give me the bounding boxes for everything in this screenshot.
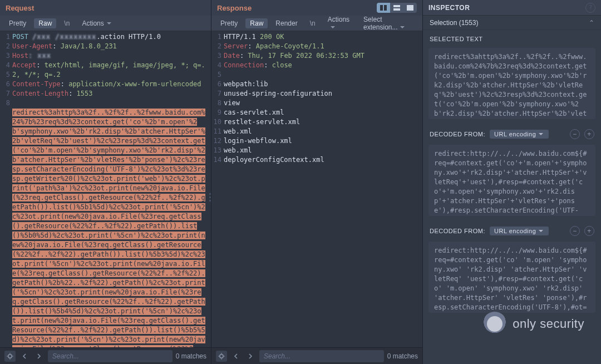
inspector-selection-row[interactable]: Selection (1553) ⌃ bbox=[423, 16, 601, 30]
decode-plus-icon[interactable]: + bbox=[584, 129, 594, 139]
request-code[interactable]: 12345678 POST /xxx /xxxxxxxx.action HTTP… bbox=[0, 31, 211, 347]
svg-rect-9 bbox=[407, 5, 413, 11]
search-prev-icon[interactable] bbox=[19, 351, 30, 362]
help-icon[interactable]: ? bbox=[585, 3, 595, 13]
decoded-from-heading-1: DECODED FROM: URL encoding − + bbox=[423, 124, 601, 141]
response-tab-pretty[interactable]: Pretty bbox=[216, 18, 242, 28]
response-actions-dropdown[interactable]: Actions bbox=[323, 14, 356, 32]
selected-text-block[interactable]: redirect%3ahttp%3a%2f..%2f%2f..%2fwww.ba… bbox=[428, 48, 595, 119]
search-settings-icon[interactable] bbox=[4, 351, 16, 362]
response-gutter: 1234567891011121314 bbox=[211, 31, 224, 165]
request-tab-raw[interactable]: Raw bbox=[34, 18, 56, 28]
selected-text-heading: SELECTED TEXT bbox=[423, 30, 601, 45]
response-title: Response bbox=[217, 4, 252, 12]
search-settings-icon[interactable] bbox=[216, 351, 227, 362]
decode-minus-icon[interactable]: − bbox=[570, 129, 580, 139]
decoded-from-heading-2: DECODED FROM: URL encoding − + bbox=[423, 220, 601, 238]
request-match-count: 0 matches bbox=[176, 352, 206, 360]
response-tab-render[interactable]: Render bbox=[271, 18, 302, 28]
search-next-icon[interactable] bbox=[245, 351, 256, 362]
request-tab-newline[interactable]: \n bbox=[60, 18, 74, 28]
chevron-up-icon: ⌃ bbox=[589, 19, 594, 27]
request-searchbar: 0 matches bbox=[0, 347, 211, 364]
pane-resize-handle[interactable] bbox=[209, 189, 211, 205]
layout-columns-icon[interactable] bbox=[377, 3, 390, 13]
request-actions-dropdown[interactable]: Actions bbox=[77, 18, 115, 28]
layout-single-icon[interactable] bbox=[403, 3, 417, 13]
request-tab-pretty[interactable]: Pretty bbox=[4, 18, 31, 28]
svg-rect-8 bbox=[393, 8, 400, 11]
search-prev-icon[interactable] bbox=[230, 351, 242, 362]
decoded-from-label: DECODED FROM: bbox=[430, 131, 485, 137]
svg-rect-5 bbox=[380, 5, 383, 11]
response-searchbar: 0 matches bbox=[211, 347, 422, 364]
svg-rect-6 bbox=[384, 5, 387, 11]
response-tab-newline[interactable]: \n bbox=[306, 18, 320, 28]
decoding-type-dropdown[interactable]: URL encoding bbox=[490, 227, 549, 235]
response-extension-dropdown[interactable]: Select extension... bbox=[359, 14, 418, 32]
response-code[interactable]: 1234567891011121314 HTTP/1.1 200 OKServe… bbox=[211, 31, 422, 347]
layout-rows-icon[interactable] bbox=[390, 3, 403, 13]
response-toolbar: Pretty Raw Render \n Actions Select exte… bbox=[211, 16, 422, 31]
request-toolbar: Pretty Raw \n Actions bbox=[0, 16, 211, 31]
decoding-type-dropdown[interactable]: URL encoding bbox=[490, 130, 549, 139]
decoded-block-2[interactable]: redirect:http://../../www.baidu.com${#re… bbox=[428, 242, 595, 313]
response-header: Response bbox=[211, 0, 422, 16]
decoded-block-1[interactable]: redirect:http://../../www.baidu.com${#re… bbox=[428, 145, 595, 216]
response-tab-raw[interactable]: Raw bbox=[245, 18, 268, 28]
selected-text-label: SELECTED TEXT bbox=[430, 36, 483, 42]
svg-point-0 bbox=[8, 354, 12, 357]
svg-point-10 bbox=[220, 354, 223, 357]
selection-count-label: Selection (1553) bbox=[430, 19, 478, 27]
response-pane: Response Pretty Raw Render \n Actions Se… bbox=[211, 0, 423, 364]
request-title: Request bbox=[6, 4, 34, 12]
svg-rect-7 bbox=[393, 5, 400, 7]
inspector-header: INSPECTOR ? bbox=[423, 0, 601, 16]
request-search-input[interactable] bbox=[48, 350, 173, 362]
inspector-pane: INSPECTOR ? Selection (1553) ⌃ SELECTED … bbox=[423, 0, 601, 364]
request-gutter: 12345678 bbox=[0, 31, 12, 108]
inspector-title: INSPECTOR bbox=[428, 4, 470, 12]
search-next-icon[interactable] bbox=[33, 351, 45, 362]
request-header: Request bbox=[0, 0, 211, 16]
layout-toggle bbox=[377, 3, 417, 13]
decode-plus-icon[interactable]: + bbox=[584, 226, 594, 236]
response-search-input[interactable] bbox=[259, 350, 384, 362]
response-match-count: 0 matches bbox=[387, 352, 418, 360]
decoded-from-label: DECODED FROM: bbox=[430, 228, 485, 234]
request-pane: Request Pretty Raw \n Actions 12345678 P… bbox=[0, 0, 211, 364]
decode-minus-icon[interactable]: − bbox=[570, 226, 580, 236]
